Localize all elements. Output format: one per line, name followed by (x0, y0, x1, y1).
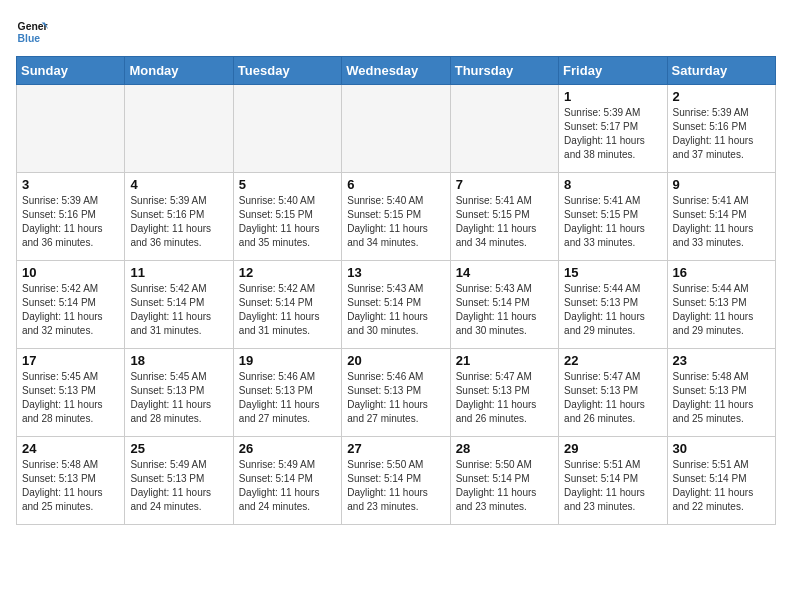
day-number: 24 (22, 441, 119, 456)
calendar-cell: 4Sunrise: 5:39 AM Sunset: 5:16 PM Daylig… (125, 173, 233, 261)
calendar-cell: 29Sunrise: 5:51 AM Sunset: 5:14 PM Dayli… (559, 437, 667, 525)
calendar-cell: 18Sunrise: 5:45 AM Sunset: 5:13 PM Dayli… (125, 349, 233, 437)
calendar-week-3: 10Sunrise: 5:42 AM Sunset: 5:14 PM Dayli… (17, 261, 776, 349)
day-info: Sunrise: 5:41 AM Sunset: 5:14 PM Dayligh… (673, 194, 770, 250)
day-info: Sunrise: 5:40 AM Sunset: 5:15 PM Dayligh… (239, 194, 336, 250)
calendar-cell: 24Sunrise: 5:48 AM Sunset: 5:13 PM Dayli… (17, 437, 125, 525)
calendar-cell: 12Sunrise: 5:42 AM Sunset: 5:14 PM Dayli… (233, 261, 341, 349)
day-info: Sunrise: 5:39 AM Sunset: 5:16 PM Dayligh… (673, 106, 770, 162)
day-info: Sunrise: 5:44 AM Sunset: 5:13 PM Dayligh… (564, 282, 661, 338)
day-info: Sunrise: 5:50 AM Sunset: 5:14 PM Dayligh… (347, 458, 444, 514)
calendar-cell: 27Sunrise: 5:50 AM Sunset: 5:14 PM Dayli… (342, 437, 450, 525)
calendar-table: SundayMondayTuesdayWednesdayThursdayFrid… (16, 56, 776, 525)
day-number: 9 (673, 177, 770, 192)
calendar-cell: 22Sunrise: 5:47 AM Sunset: 5:13 PM Dayli… (559, 349, 667, 437)
calendar-cell: 3Sunrise: 5:39 AM Sunset: 5:16 PM Daylig… (17, 173, 125, 261)
logo-icon: General Blue (16, 16, 48, 48)
calendar-cell: 10Sunrise: 5:42 AM Sunset: 5:14 PM Dayli… (17, 261, 125, 349)
weekday-header-saturday: Saturday (667, 57, 775, 85)
day-info: Sunrise: 5:39 AM Sunset: 5:17 PM Dayligh… (564, 106, 661, 162)
day-number: 26 (239, 441, 336, 456)
page-header: General Blue (16, 16, 776, 48)
calendar-cell (342, 85, 450, 173)
day-number: 5 (239, 177, 336, 192)
day-info: Sunrise: 5:39 AM Sunset: 5:16 PM Dayligh… (130, 194, 227, 250)
calendar-cell: 13Sunrise: 5:43 AM Sunset: 5:14 PM Dayli… (342, 261, 450, 349)
day-number: 11 (130, 265, 227, 280)
day-number: 1 (564, 89, 661, 104)
day-number: 12 (239, 265, 336, 280)
day-number: 10 (22, 265, 119, 280)
calendar-cell: 28Sunrise: 5:50 AM Sunset: 5:14 PM Dayli… (450, 437, 558, 525)
calendar-cell: 7Sunrise: 5:41 AM Sunset: 5:15 PM Daylig… (450, 173, 558, 261)
day-info: Sunrise: 5:49 AM Sunset: 5:14 PM Dayligh… (239, 458, 336, 514)
calendar-body: 1Sunrise: 5:39 AM Sunset: 5:17 PM Daylig… (17, 85, 776, 525)
calendar-week-5: 24Sunrise: 5:48 AM Sunset: 5:13 PM Dayli… (17, 437, 776, 525)
day-info: Sunrise: 5:45 AM Sunset: 5:13 PM Dayligh… (130, 370, 227, 426)
calendar-cell: 8Sunrise: 5:41 AM Sunset: 5:15 PM Daylig… (559, 173, 667, 261)
day-number: 28 (456, 441, 553, 456)
calendar-header-row: SundayMondayTuesdayWednesdayThursdayFrid… (17, 57, 776, 85)
day-number: 15 (564, 265, 661, 280)
calendar-cell (233, 85, 341, 173)
calendar-cell: 17Sunrise: 5:45 AM Sunset: 5:13 PM Dayli… (17, 349, 125, 437)
weekday-header-tuesday: Tuesday (233, 57, 341, 85)
calendar-cell: 23Sunrise: 5:48 AM Sunset: 5:13 PM Dayli… (667, 349, 775, 437)
day-info: Sunrise: 5:44 AM Sunset: 5:13 PM Dayligh… (673, 282, 770, 338)
day-info: Sunrise: 5:48 AM Sunset: 5:13 PM Dayligh… (673, 370, 770, 426)
weekday-header-friday: Friday (559, 57, 667, 85)
calendar-cell: 2Sunrise: 5:39 AM Sunset: 5:16 PM Daylig… (667, 85, 775, 173)
day-info: Sunrise: 5:51 AM Sunset: 5:14 PM Dayligh… (673, 458, 770, 514)
calendar-week-2: 3Sunrise: 5:39 AM Sunset: 5:16 PM Daylig… (17, 173, 776, 261)
day-number: 29 (564, 441, 661, 456)
weekday-header-thursday: Thursday (450, 57, 558, 85)
day-number: 6 (347, 177, 444, 192)
calendar-cell: 5Sunrise: 5:40 AM Sunset: 5:15 PM Daylig… (233, 173, 341, 261)
day-number: 14 (456, 265, 553, 280)
calendar-week-4: 17Sunrise: 5:45 AM Sunset: 5:13 PM Dayli… (17, 349, 776, 437)
day-number: 20 (347, 353, 444, 368)
weekday-header-sunday: Sunday (17, 57, 125, 85)
day-info: Sunrise: 5:40 AM Sunset: 5:15 PM Dayligh… (347, 194, 444, 250)
day-info: Sunrise: 5:50 AM Sunset: 5:14 PM Dayligh… (456, 458, 553, 514)
calendar-cell: 30Sunrise: 5:51 AM Sunset: 5:14 PM Dayli… (667, 437, 775, 525)
calendar-cell: 11Sunrise: 5:42 AM Sunset: 5:14 PM Dayli… (125, 261, 233, 349)
day-info: Sunrise: 5:45 AM Sunset: 5:13 PM Dayligh… (22, 370, 119, 426)
calendar-cell: 21Sunrise: 5:47 AM Sunset: 5:13 PM Dayli… (450, 349, 558, 437)
day-number: 30 (673, 441, 770, 456)
calendar-cell: 9Sunrise: 5:41 AM Sunset: 5:14 PM Daylig… (667, 173, 775, 261)
svg-text:Blue: Blue (18, 33, 41, 44)
day-number: 7 (456, 177, 553, 192)
day-info: Sunrise: 5:46 AM Sunset: 5:13 PM Dayligh… (239, 370, 336, 426)
calendar-cell: 25Sunrise: 5:49 AM Sunset: 5:13 PM Dayli… (125, 437, 233, 525)
day-number: 8 (564, 177, 661, 192)
calendar-cell (17, 85, 125, 173)
day-info: Sunrise: 5:42 AM Sunset: 5:14 PM Dayligh… (130, 282, 227, 338)
weekday-header-monday: Monday (125, 57, 233, 85)
day-number: 19 (239, 353, 336, 368)
day-number: 27 (347, 441, 444, 456)
day-info: Sunrise: 5:47 AM Sunset: 5:13 PM Dayligh… (564, 370, 661, 426)
calendar-week-1: 1Sunrise: 5:39 AM Sunset: 5:17 PM Daylig… (17, 85, 776, 173)
calendar-cell: 15Sunrise: 5:44 AM Sunset: 5:13 PM Dayli… (559, 261, 667, 349)
day-number: 21 (456, 353, 553, 368)
day-number: 25 (130, 441, 227, 456)
day-info: Sunrise: 5:48 AM Sunset: 5:13 PM Dayligh… (22, 458, 119, 514)
day-number: 18 (130, 353, 227, 368)
calendar-cell: 14Sunrise: 5:43 AM Sunset: 5:14 PM Dayli… (450, 261, 558, 349)
calendar-cell (450, 85, 558, 173)
calendar-cell: 19Sunrise: 5:46 AM Sunset: 5:13 PM Dayli… (233, 349, 341, 437)
calendar-cell: 6Sunrise: 5:40 AM Sunset: 5:15 PM Daylig… (342, 173, 450, 261)
day-info: Sunrise: 5:42 AM Sunset: 5:14 PM Dayligh… (22, 282, 119, 338)
day-number: 4 (130, 177, 227, 192)
day-info: Sunrise: 5:46 AM Sunset: 5:13 PM Dayligh… (347, 370, 444, 426)
day-info: Sunrise: 5:49 AM Sunset: 5:13 PM Dayligh… (130, 458, 227, 514)
day-number: 16 (673, 265, 770, 280)
weekday-header-wednesday: Wednesday (342, 57, 450, 85)
calendar-cell: 1Sunrise: 5:39 AM Sunset: 5:17 PM Daylig… (559, 85, 667, 173)
calendar-cell (125, 85, 233, 173)
day-number: 2 (673, 89, 770, 104)
day-number: 13 (347, 265, 444, 280)
day-info: Sunrise: 5:41 AM Sunset: 5:15 PM Dayligh… (456, 194, 553, 250)
calendar-cell: 16Sunrise: 5:44 AM Sunset: 5:13 PM Dayli… (667, 261, 775, 349)
